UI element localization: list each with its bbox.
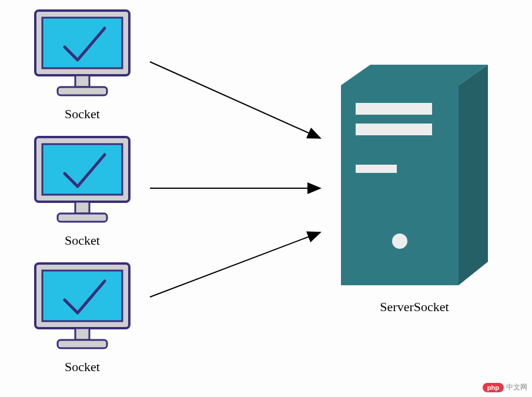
svg-rect-1 <box>42 18 122 68</box>
svg-rect-10 <box>75 328 89 340</box>
svg-rect-14 <box>356 124 432 135</box>
arrow-1 <box>150 62 320 138</box>
client-label-2: Socket <box>29 233 135 248</box>
client-label-1: Socket <box>29 106 135 122</box>
svg-rect-11 <box>58 340 107 348</box>
watermark-pill: php <box>483 383 504 392</box>
server-label: ServerSocket <box>329 299 500 315</box>
watermark: php 中文网 <box>483 382 527 392</box>
client-label-3: Socket <box>29 359 135 375</box>
monitor-icon <box>29 259 135 356</box>
svg-rect-3 <box>58 87 107 95</box>
svg-rect-13 <box>356 103 432 115</box>
client-node-3: Socket <box>29 259 135 375</box>
client-node-1: Socket <box>29 6 135 122</box>
svg-rect-2 <box>75 75 89 87</box>
server-icon <box>329 62 500 291</box>
svg-rect-6 <box>75 202 89 213</box>
svg-rect-7 <box>58 213 107 222</box>
monitor-icon <box>29 132 135 229</box>
monitor-icon <box>29 6 135 103</box>
svg-rect-5 <box>42 144 122 195</box>
svg-rect-15 <box>356 165 397 173</box>
svg-point-16 <box>392 233 407 249</box>
client-server-diagram: Socket Socket Socket <box>0 0 532 397</box>
watermark-text: 中文网 <box>506 382 527 392</box>
arrow-3 <box>150 232 320 297</box>
svg-rect-12 <box>341 85 459 285</box>
svg-rect-9 <box>42 271 122 321</box>
server-node: ServerSocket <box>329 62 500 315</box>
client-node-2: Socket <box>29 132 135 248</box>
